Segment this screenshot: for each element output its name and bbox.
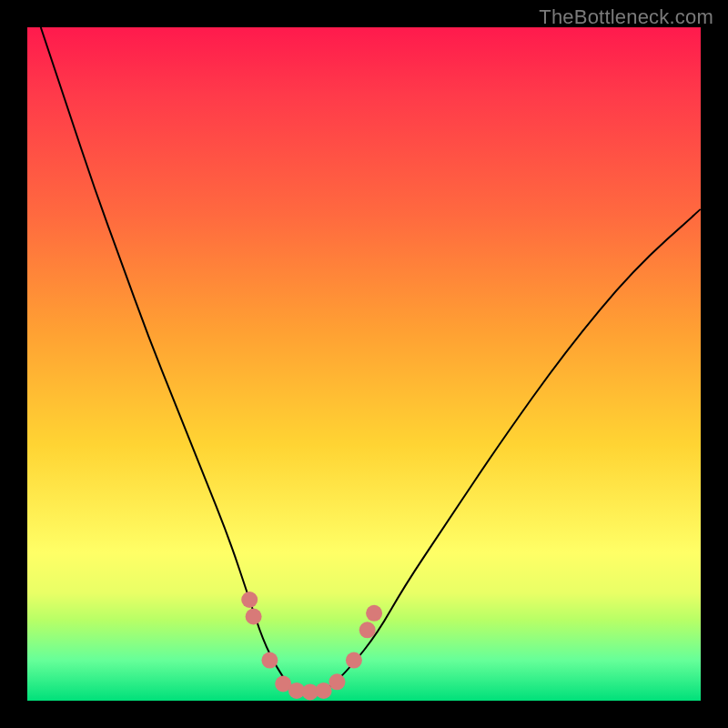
- curve-marker: [359, 622, 376, 638]
- curve-marker: [316, 682, 332, 699]
- plot-area: [27, 27, 701, 701]
- curve-marker: [329, 673, 345, 690]
- curve-marker: [246, 609, 262, 625]
- bottleneck-chart-svg: [27, 27, 701, 701]
- curve-marker: [346, 652, 362, 669]
- curve-markers-group: [241, 592, 382, 700]
- curve-marker: [241, 592, 258, 608]
- chart-frame: TheBottleneck.com: [0, 0, 728, 728]
- curve-marker: [366, 605, 382, 622]
- watermark-text: TheBottleneck.com: [539, 5, 713, 29]
- curve-marker: [261, 652, 278, 669]
- bottleneck-curve-path: [41, 27, 701, 694]
